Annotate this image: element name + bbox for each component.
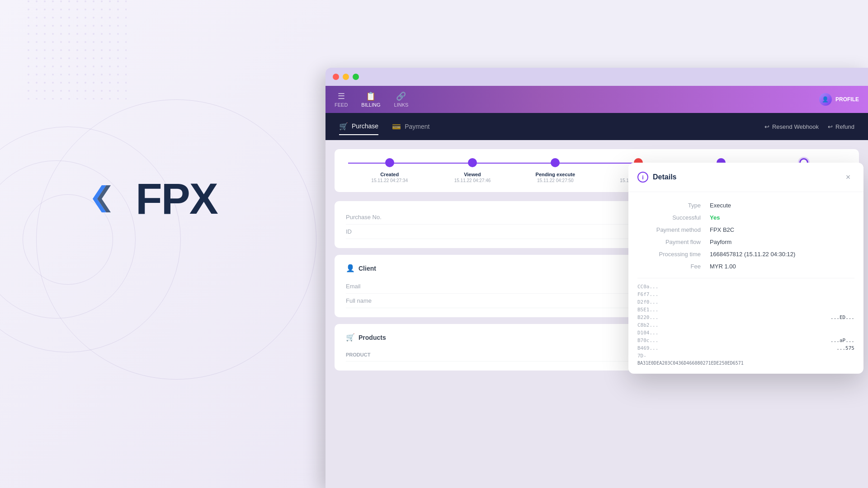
- data-line-10: 7D-: [637, 352, 854, 360]
- browser-chrome: [326, 68, 868, 86]
- browser-dot-red[interactable]: [333, 74, 339, 80]
- detail-label-successful: Successful: [637, 214, 710, 221]
- raw-data-section: CC0a... F6f7... D2f0... B5E1...: [637, 278, 854, 366]
- detail-row-fee: Fee MYR 1.00: [637, 260, 854, 272]
- detail-row-payment-flow: Payment flow Payform: [637, 236, 854, 248]
- detail-label-payment-method: Payment method: [637, 226, 710, 233]
- id-label: ID: [346, 228, 418, 235]
- profile-avatar: 👤: [819, 93, 832, 106]
- logo-area: FPX: [72, 172, 217, 226]
- data-line-8: B70c... ...aP...: [637, 337, 854, 344]
- sub-actions: ↩ Resend Webhook ↩ Refund: [764, 123, 854, 130]
- email-label: Email: [346, 283, 418, 290]
- timeline-dot-viewed: [468, 158, 477, 167]
- data-line-3: D2f0...: [637, 298, 854, 306]
- detail-row-processing-time: Processing time 1668457812 (15.11.22 04:…: [637, 248, 854, 260]
- details-info-icon: i: [637, 172, 648, 183]
- product-col-label: PRODUCT: [346, 352, 418, 357]
- purchase-tab-label: Purchase: [352, 122, 378, 130]
- details-title: i Details: [637, 172, 676, 183]
- detail-label-payment-flow: Payment flow: [637, 239, 710, 245]
- timeline-label-pending1: Pending execute: [536, 172, 575, 177]
- content-area: Created 15.11.22 04:27:34 Viewed 15.11.2…: [326, 140, 868, 488]
- nav-label-feed: FEED: [335, 102, 348, 108]
- timeline-step-created[interactable]: Created 15.11.22 04:27:34: [348, 158, 431, 183]
- tab-payment[interactable]: 💳 Payment: [392, 119, 429, 135]
- purchase-tab-icon: 🛒: [339, 122, 348, 131]
- nav-profile[interactable]: 👤 PROFILE: [819, 93, 859, 106]
- client-icon: 👤: [346, 264, 355, 272]
- browser-dot-green[interactable]: [353, 74, 359, 80]
- dot-pattern-decoration: [27, 0, 127, 99]
- payment-tab-icon: 💳: [392, 122, 401, 131]
- fpx-logo-icon: [72, 172, 127, 226]
- profile-label: PROFILE: [835, 96, 859, 103]
- fullname-label: Full name: [346, 297, 418, 304]
- details-popup: i Details × Type Execute Successful Yes …: [628, 163, 863, 374]
- nav-label-links: LINKS: [394, 102, 409, 108]
- detail-label-processing-time: Processing time: [637, 251, 710, 258]
- detail-label-fee: Fee: [637, 263, 710, 270]
- timeline-step-pending1[interactable]: Pending execute 15.11.22 04:27:50: [514, 158, 597, 183]
- data-line-9: B469... ...575: [637, 344, 854, 352]
- nav-item-feed[interactable]: ☰ FEED: [335, 91, 348, 108]
- nav-item-links[interactable]: 🔗 LINKS: [394, 91, 409, 108]
- refund-label: Refund: [835, 123, 854, 130]
- fpx-logo-text: FPX: [136, 174, 217, 224]
- detail-value-processing-time: 1668457812 (15.11.22 04:30:12): [710, 251, 795, 258]
- top-nav: ☰ FEED 📋 BILLING 🔗 LINKS 👤 PROFILE: [326, 86, 868, 113]
- detail-row-type: Type Execute: [637, 199, 854, 211]
- details-title-text: Details: [653, 173, 676, 181]
- products-title-text: Products: [359, 334, 386, 341]
- detail-row-successful: Successful Yes: [637, 211, 854, 224]
- detail-label-type: Type: [637, 202, 710, 209]
- resend-webhook-label: Resend Webhook: [772, 123, 819, 130]
- nav-label-billing: BILLING: [361, 102, 380, 108]
- data-line-7: D104...: [637, 329, 854, 337]
- data-line-11: BA31E0DEA203C0436D466080271EDE250ED6571: [637, 360, 854, 366]
- client-title-text: Client: [359, 265, 376, 272]
- data-line-2: F6f7...: [637, 291, 854, 298]
- timeline-dot-pending1: [551, 158, 560, 167]
- details-body: Type Execute Successful Yes Payment meth…: [628, 192, 863, 374]
- detail-value-type: Execute: [710, 202, 731, 209]
- products-icon: 🛒: [346, 333, 355, 342]
- billing-icon: 📋: [366, 91, 376, 101]
- feed-icon: ☰: [338, 91, 345, 101]
- data-line-1: CC0a...: [637, 283, 854, 291]
- payment-tab-label: Payment: [405, 123, 429, 130]
- nav-item-billing[interactable]: 📋 BILLING: [361, 91, 380, 108]
- timeline-date-created: 15.11.22 04:27:34: [371, 178, 408, 183]
- refund-icon: ↩: [828, 123, 833, 130]
- details-close-button[interactable]: ×: [842, 171, 854, 183]
- refund-button[interactable]: ↩ Refund: [828, 123, 854, 130]
- timeline-dot-created: [385, 158, 394, 167]
- detail-value-fee: MYR 1.00: [710, 263, 736, 270]
- details-header: i Details ×: [628, 163, 863, 192]
- detail-row-payment-method: Payment method FPX B2C: [637, 224, 854, 236]
- resend-webhook-icon: ↩: [764, 123, 769, 130]
- sub-header: 🛒 Purchase 💳 Payment ↩ Resend Webhook ↩ …: [326, 113, 868, 140]
- data-line-4: B5E1...: [637, 306, 854, 314]
- timeline-date-viewed: 15.11.22 04:27:46: [454, 178, 491, 183]
- circle-deco-4: [36, 99, 316, 380]
- detail-value-payment-flow: Payform: [710, 239, 731, 245]
- purchase-no-label: Purchase No.: [346, 214, 418, 221]
- timeline-label-viewed: Viewed: [464, 172, 481, 177]
- svg-rect-1: [27, 0, 127, 99]
- timeline-label-created: Created: [380, 172, 399, 177]
- browser-window: ☰ FEED 📋 BILLING 🔗 LINKS 👤 PROFILE 🛒 Pur…: [326, 68, 868, 488]
- links-icon: 🔗: [396, 91, 406, 101]
- detail-value-successful: Yes: [710, 214, 720, 221]
- resend-webhook-button[interactable]: ↩ Resend Webhook: [764, 123, 819, 130]
- detail-value-payment-method: FPX B2C: [710, 226, 734, 233]
- browser-dot-yellow[interactable]: [343, 74, 349, 80]
- data-line-5: B220... ...ED...: [637, 314, 854, 321]
- data-line-6: C8b2...: [637, 321, 854, 329]
- timeline-date-pending1: 15.11.22 04:27:50: [537, 178, 574, 183]
- tab-purchase[interactable]: 🛒 Purchase: [339, 118, 378, 135]
- timeline-step-viewed[interactable]: Viewed 15.11.22 04:27:46: [431, 158, 514, 183]
